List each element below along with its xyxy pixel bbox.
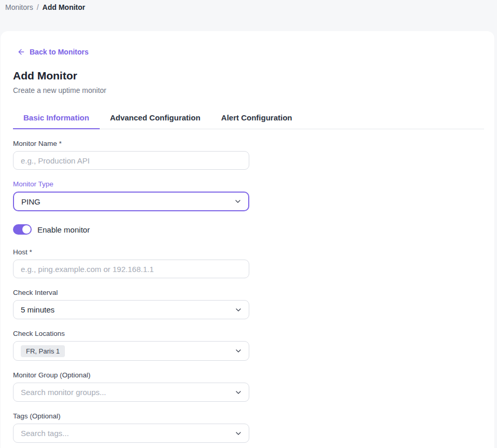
tab-basic-information[interactable]: Basic Information [13,108,100,129]
check-interval-value: 5 minutes [21,305,55,314]
host-label: Host * [13,248,249,256]
toggle-knob [22,225,31,234]
monitor-group-select[interactable]: Search monitor groups... [13,383,249,402]
arrow-left-icon [17,48,25,56]
breadcrumb: Monitors / Add Monitor [5,2,492,11]
monitor-type-value: PING [21,197,41,206]
monitor-group-label: Monitor Group (Optional) [13,371,249,379]
location-chip[interactable]: FR, Paris 1 [21,345,65,357]
host-input[interactable] [13,260,249,278]
page-subtitle: Create a new uptime monitor [13,86,484,94]
monitor-group-placeholder: Search monitor groups... [21,388,106,397]
chevron-down-icon [234,429,243,438]
check-interval-select[interactable]: 5 minutes [13,300,249,319]
check-locations-select[interactable]: FR, Paris 1 [13,341,249,361]
tab-advanced-configuration[interactable]: Advanced Configuration [100,108,211,129]
chevron-down-icon [234,388,243,397]
tags-select[interactable]: Search tags... [13,424,249,443]
check-interval-field: Check Interval 5 minutes [13,289,249,319]
tags-field: Tags (Optional) Search tags... [13,412,249,443]
breadcrumb-separator: / [37,3,39,11]
host-field: Host * [13,248,249,278]
enable-monitor-row: Enable monitor [13,224,249,235]
enable-monitor-label: Enable monitor [37,225,90,234]
monitor-group-field: Monitor Group (Optional) Search monitor … [13,371,249,402]
page-title: Add Monitor [13,70,484,82]
monitor-type-field: Monitor Type PING [13,180,249,211]
monitor-type-label: Monitor Type [13,180,249,188]
tags-label: Tags (Optional) [13,412,249,420]
chevron-down-icon [234,197,242,206]
back-link-label: Back to Monitors [30,48,89,56]
chevron-down-icon [234,347,243,355]
tags-placeholder: Search tags... [21,429,69,438]
chevron-down-icon [234,306,243,314]
breadcrumb-monitors[interactable]: Monitors [5,3,33,11]
back-to-monitors-link[interactable]: Back to Monitors [17,48,89,56]
monitor-name-input[interactable] [13,151,249,170]
tab-bar: Basic Information Advanced Configuration… [13,108,484,129]
check-locations-label: Check Locations [13,330,249,337]
check-locations-field: Check Locations FR, Paris 1 [13,330,249,361]
add-monitor-card: Back to Monitors Add Monitor Create a ne… [1,31,494,448]
enable-monitor-toggle[interactable] [13,224,32,235]
monitor-type-select[interactable]: PING [13,192,249,211]
add-monitor-form: Monitor Name * Monitor Type PING Enable … [13,140,249,448]
breadcrumb-current: Add Monitor [43,3,85,11]
breadcrumb-bar: Monitors / Add Monitor [0,0,497,31]
check-interval-label: Check Interval [13,289,249,296]
monitor-name-field: Monitor Name * [13,140,249,170]
tab-alert-configuration[interactable]: Alert Configuration [211,108,303,129]
monitor-name-label: Monitor Name * [13,140,249,147]
